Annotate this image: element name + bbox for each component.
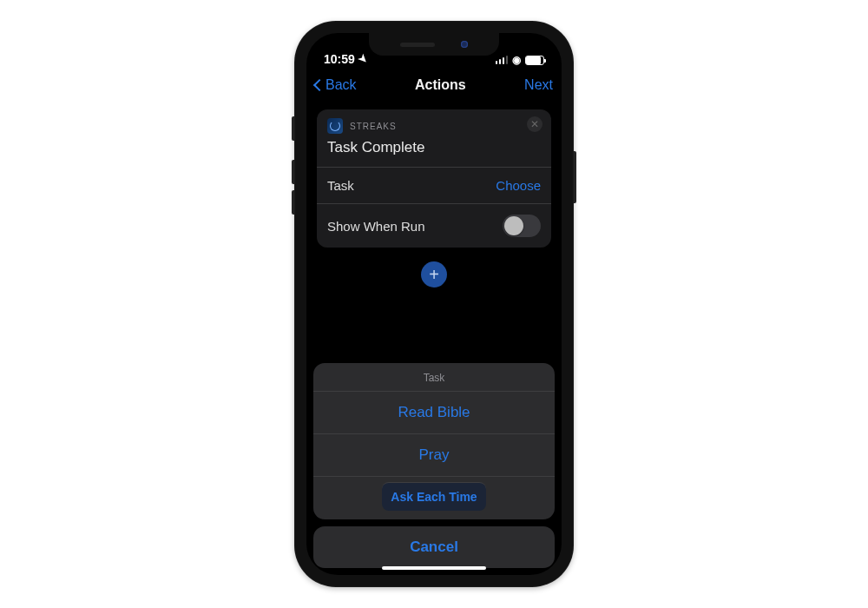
- notch: [369, 33, 499, 56]
- sheet-option-pray[interactable]: Pray: [313, 433, 555, 476]
- action-title: Task Complete: [317, 137, 551, 167]
- show-when-run-toggle[interactable]: [503, 215, 541, 237]
- plus-icon: +: [429, 265, 439, 285]
- status-time: 10:59: [324, 52, 355, 66]
- sheet-header: Task: [313, 363, 555, 391]
- action-app-name: STREAKS: [350, 122, 397, 131]
- home-indicator[interactable]: [382, 566, 486, 570]
- nav-bar: Back Actions Next: [306, 68, 562, 102]
- streaks-app-icon: [327, 118, 343, 134]
- close-icon: ✕: [530, 119, 539, 129]
- action-header: STREAKS ✕: [317, 109, 551, 137]
- phone-frame: 10:59 ➤ ◉ Back Actions Next STREAKS: [294, 21, 574, 587]
- next-button[interactable]: Next: [524, 77, 553, 93]
- location-icon: ➤: [355, 52, 370, 67]
- front-camera: [461, 41, 468, 48]
- sheet-options-group: Task Read Bible Pray Ask Each Time: [313, 363, 555, 519]
- show-when-run-label: Show When Run: [327, 219, 425, 234]
- wifi-icon: ◉: [512, 54, 521, 66]
- remove-action-button[interactable]: ✕: [527, 116, 542, 132]
- nav-title: Actions: [415, 77, 466, 93]
- chevron-left-icon: [313, 79, 326, 91]
- screen: 10:59 ➤ ◉ Back Actions Next STREAKS: [306, 33, 562, 575]
- back-label: Back: [326, 77, 357, 93]
- sheet-ask-each-time[interactable]: Ask Each Time: [382, 482, 486, 511]
- battery-icon: [525, 56, 544, 65]
- sheet-cancel-button[interactable]: Cancel: [313, 526, 555, 568]
- show-when-run-row: Show When Run: [317, 203, 551, 248]
- action-card: STREAKS ✕ Task Complete Task Choose Show…: [317, 109, 551, 248]
- task-picker-sheet: Task Read Bible Pray Ask Each Time Cance…: [313, 363, 555, 568]
- back-button[interactable]: Back: [315, 77, 357, 93]
- task-label: Task: [327, 178, 354, 193]
- sheet-option-read-bible[interactable]: Read Bible: [313, 391, 555, 433]
- task-choose-value: Choose: [496, 178, 541, 193]
- add-action-button[interactable]: +: [421, 261, 447, 287]
- cellular-icon: [496, 56, 509, 64]
- task-row[interactable]: Task Choose: [317, 167, 551, 203]
- speaker-grille: [400, 43, 435, 47]
